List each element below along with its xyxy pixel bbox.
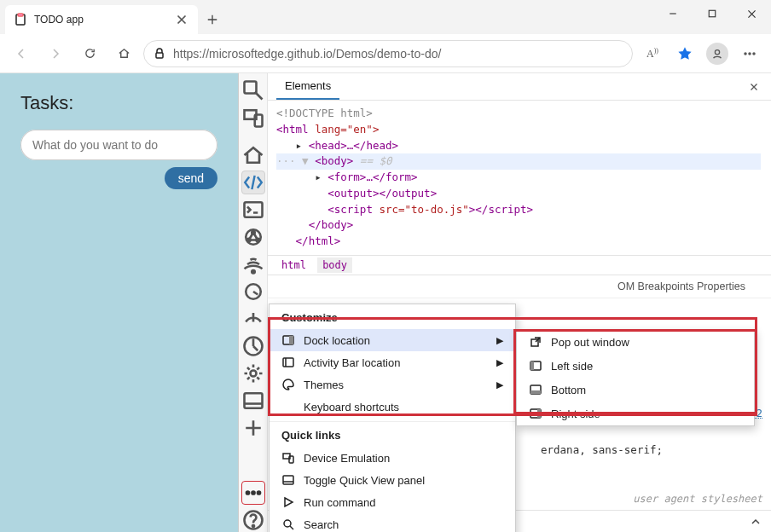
maximize-button[interactable] bbox=[693, 0, 732, 27]
window-controls bbox=[653, 0, 771, 27]
palette-icon bbox=[281, 378, 295, 391]
svg-point-5 bbox=[745, 53, 746, 55]
panel-icon[interactable] bbox=[241, 389, 265, 413]
crumb-body[interactable]: body bbox=[317, 257, 352, 273]
dock-location-submenu: Pop out window Left side Bottom Right si… bbox=[516, 329, 755, 426]
navbar: https://microsoftedge.github.io/Demos/de… bbox=[0, 34, 771, 73]
minimize-button[interactable] bbox=[653, 0, 693, 27]
send-button[interactable]: send bbox=[165, 167, 217, 189]
dock-bottom-icon bbox=[529, 383, 542, 396]
read-aloud-button[interactable]: A)) bbox=[638, 39, 667, 68]
menu-item-themes[interactable]: Themes ▶ bbox=[270, 373, 515, 396]
lock-icon bbox=[153, 47, 166, 61]
content: Tasks: send Elements bbox=[0, 73, 771, 532]
menu-item-run-command[interactable]: Run command bbox=[270, 491, 515, 513]
menu-item-device-emulation[interactable]: Device Emulation bbox=[270, 447, 515, 469]
svg-rect-20 bbox=[244, 393, 262, 408]
svg-point-19 bbox=[250, 371, 256, 377]
svg-point-22 bbox=[252, 491, 254, 494]
submenu-item-pop-out[interactable]: Pop out window bbox=[517, 330, 754, 354]
devtools: Elements <!DOCTYPE html> <html lang="en"… bbox=[239, 73, 771, 532]
profile-button[interactable] bbox=[703, 39, 732, 68]
svg-point-16 bbox=[252, 270, 255, 274]
svg-rect-10 bbox=[254, 115, 262, 127]
refresh-button[interactable] bbox=[75, 39, 104, 68]
svg-rect-38 bbox=[530, 390, 541, 394]
menu-item-keyboard-shortcuts[interactable]: Keyboard shortcuts bbox=[270, 396, 515, 418]
chevron-right-icon: ▶ bbox=[496, 335, 503, 346]
close-tab-button[interactable] bbox=[174, 12, 189, 27]
console-icon[interactable] bbox=[241, 198, 265, 222]
back-button[interactable] bbox=[7, 39, 36, 68]
svg-rect-1 bbox=[18, 14, 23, 16]
favorite-button[interactable] bbox=[670, 39, 699, 68]
url-text: https://microsoftedge.github.io/Demos/de… bbox=[173, 47, 441, 61]
page-heading: Tasks: bbox=[20, 92, 217, 114]
submenu-item-bottom[interactable]: Bottom bbox=[517, 378, 754, 402]
dom-tree[interactable]: <!DOCTYPE html> <html lang="en"> ▸ <head… bbox=[268, 101, 771, 255]
add-tool-button[interactable] bbox=[241, 416, 265, 440]
svg-rect-36 bbox=[530, 361, 534, 370]
svg-point-23 bbox=[257, 491, 259, 494]
home-button[interactable] bbox=[109, 39, 138, 68]
svg-rect-8 bbox=[244, 82, 256, 94]
play-icon bbox=[281, 495, 295, 509]
browser-tab[interactable]: TODO app bbox=[5, 5, 198, 34]
chevron-up-icon[interactable] bbox=[749, 515, 762, 529]
selected-node[interactable]: ··· ▼ <body> == $0 bbox=[276, 153, 761, 170]
new-tab-button[interactable] bbox=[198, 5, 227, 34]
clipboard-icon bbox=[14, 13, 27, 26]
dock-icon bbox=[281, 333, 295, 347]
popout-icon bbox=[529, 335, 542, 349]
page-body: Tasks: send bbox=[0, 73, 239, 532]
tab-elements[interactable]: Elements bbox=[276, 73, 339, 100]
welcome-icon[interactable] bbox=[241, 143, 265, 167]
memory-icon[interactable] bbox=[241, 307, 265, 331]
panel-icon bbox=[281, 473, 295, 487]
ua-stylesheet-note: user agent stylesheet bbox=[633, 493, 762, 505]
todo-input[interactable] bbox=[20, 130, 217, 160]
inspect-icon[interactable] bbox=[241, 78, 265, 102]
help-icon[interactable] bbox=[241, 508, 265, 532]
menu-item-search[interactable]: Search bbox=[270, 513, 515, 532]
dock-left-icon bbox=[529, 359, 542, 373]
device-icon[interactable] bbox=[241, 106, 265, 130]
svg-rect-31 bbox=[283, 476, 293, 484]
devtools-main: Elements <!DOCTYPE html> <html lang="en"… bbox=[268, 73, 771, 532]
forward-button[interactable] bbox=[41, 39, 70, 68]
svg-point-7 bbox=[753, 53, 755, 55]
close-devtools-button[interactable] bbox=[737, 73, 771, 101]
performance-icon[interactable] bbox=[241, 280, 265, 304]
submenu-item-left-side[interactable]: Left side bbox=[517, 354, 754, 378]
more-tools-button[interactable] bbox=[241, 481, 265, 505]
svg-point-6 bbox=[749, 53, 751, 55]
close-window-button[interactable] bbox=[732, 0, 771, 27]
menu-item-activity-bar-location[interactable]: Activity Bar location ▶ bbox=[270, 351, 515, 373]
sources-icon[interactable] bbox=[241, 225, 265, 249]
svg-point-25 bbox=[252, 525, 253, 527]
application-icon[interactable] bbox=[241, 334, 265, 358]
titlebar: TODO app bbox=[0, 0, 771, 34]
browser-menu-button[interactable] bbox=[735, 39, 764, 68]
customize-menu: Customize Dock location ▶ Activity Bar l… bbox=[269, 304, 516, 532]
crumb-html[interactable]: html bbox=[276, 257, 311, 273]
tab-title: TODO app bbox=[34, 14, 167, 26]
activity-bar bbox=[239, 73, 268, 532]
svg-rect-3 bbox=[156, 53, 163, 58]
settings-icon[interactable] bbox=[241, 361, 265, 385]
menu-heading-quick-links: Quick links bbox=[270, 421, 515, 447]
menu-item-dock-location[interactable]: Dock location ▶ bbox=[270, 329, 515, 351]
svg-rect-40 bbox=[537, 409, 541, 418]
svg-rect-11 bbox=[244, 202, 262, 217]
elements-icon[interactable] bbox=[241, 171, 265, 194]
svg-point-21 bbox=[246, 491, 248, 494]
menu-heading-customize: Customize bbox=[270, 304, 515, 329]
network-icon[interactable] bbox=[241, 252, 265, 276]
style-fragment: erdana, sans-serif; bbox=[541, 443, 663, 456]
submenu-item-right-side[interactable]: Right side bbox=[517, 402, 754, 425]
styles-subtabs[interactable]: OM Breakpoints Properties bbox=[268, 275, 771, 298]
menu-item-toggle-quick-view[interactable]: Toggle Quick View panel bbox=[270, 469, 515, 491]
layout-icon bbox=[281, 356, 295, 369]
address-bar[interactable]: https://microsoftedge.github.io/Demos/de… bbox=[143, 40, 633, 67]
svg-point-4 bbox=[715, 49, 719, 54]
